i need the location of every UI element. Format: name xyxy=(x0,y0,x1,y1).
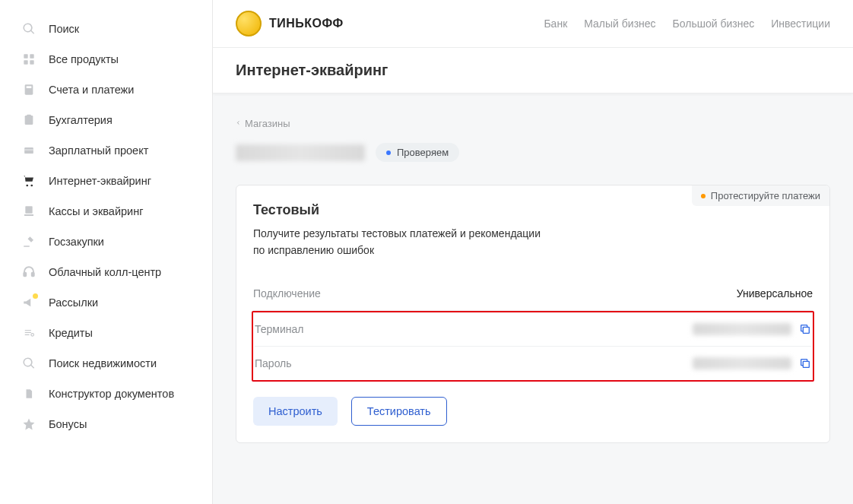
card-badge-label: Протестируйте платежи xyxy=(711,190,820,201)
sidebar-item-label: Поиск недвижимости xyxy=(49,357,191,369)
copy-terminal-button[interactable] xyxy=(799,323,811,335)
sidebar-item-accounts[interactable]: Счета и платежи xyxy=(0,74,212,105)
connection-label: Подключение xyxy=(253,287,390,300)
sidebar-item-label: Бухгалтерия xyxy=(49,114,191,126)
terminal-label: Терминал xyxy=(255,323,392,335)
topbar: ТИНЬКОФФ Банк Малый бизнес Большой бизне… xyxy=(213,0,853,48)
calculator-icon xyxy=(21,82,36,97)
sidebar-item-realestate[interactable]: Поиск недвижимости xyxy=(0,348,212,379)
sidebar-item-acquiring[interactable]: Интернет-эквайринг xyxy=(0,166,212,196)
svg-rect-9 xyxy=(24,149,33,151)
password-row: Пароль xyxy=(255,347,811,380)
sidebar-item-label: Зарплатный проект xyxy=(49,144,191,157)
megaphone-icon xyxy=(21,295,36,310)
card-badge: Протестируйте платежи xyxy=(692,185,829,206)
chevron-left-icon xyxy=(236,118,241,129)
terminal-value-redacted xyxy=(693,323,791,335)
clipboard-icon xyxy=(21,113,36,128)
sidebar-item-credits[interactable]: Кредиты xyxy=(0,318,212,348)
sidebar-item-broadcast[interactable]: Рассылки xyxy=(0,287,212,318)
page-title-bar: Интернет-эквайринг xyxy=(213,48,853,94)
topnav-big-biz[interactable]: Большой бизнес xyxy=(673,17,755,30)
sidebar-item-label: Конструктор документов xyxy=(49,388,191,400)
sidebar-item-tenders[interactable]: Госзакупки xyxy=(0,227,212,257)
star-icon xyxy=(21,417,36,432)
sidebar-item-label: Рассылки xyxy=(49,296,191,309)
shop-name-redacted xyxy=(236,144,365,161)
sidebar-item-products[interactable]: Все продукты xyxy=(0,44,212,74)
status-badge: Проверяем xyxy=(376,143,459,162)
badge-dot-icon xyxy=(701,194,706,198)
brand[interactable]: ТИНЬКОФФ xyxy=(236,11,344,36)
password-label: Пароль xyxy=(255,357,392,369)
sidebar-item-label: Кассы и эквайринг xyxy=(49,205,191,217)
brand-name: ТИНЬКОФФ xyxy=(269,17,344,30)
brand-logo-icon xyxy=(236,11,262,36)
sidebar-item-label: Интернет-эквайринг xyxy=(49,175,191,187)
connection-row: Подключение Универсальное xyxy=(253,277,813,311)
breadcrumb-label: Магазины xyxy=(245,118,290,129)
cart-icon xyxy=(21,173,36,189)
sidebar-item-callcenter[interactable]: Облачный колл-центр xyxy=(0,257,212,287)
sidebar-item-accounting[interactable]: Бухгалтерия xyxy=(0,105,212,135)
terminal-card: Протестируйте платежи Тестовый Получите … xyxy=(236,185,830,443)
svg-rect-12 xyxy=(25,206,32,213)
svg-rect-18 xyxy=(803,362,809,368)
test-button[interactable]: Тестировать xyxy=(351,397,447,426)
configure-button[interactable]: Настроить xyxy=(253,397,338,426)
sidebar-item-label: Все продукты xyxy=(49,53,191,65)
svg-rect-0 xyxy=(24,54,27,58)
svg-rect-15 xyxy=(32,273,34,277)
status-label: Проверяем xyxy=(397,147,449,158)
sidebar: Поиск Все продукты Счета и платежи Бухга… xyxy=(0,0,213,504)
sidebar-item-bonuses[interactable]: Бонусы xyxy=(0,409,212,439)
topnav: Банк Малый бизнес Большой бизнес Инвести… xyxy=(544,17,830,30)
sidebar-item-docbuilder[interactable]: Конструктор документов xyxy=(0,379,212,409)
sidebar-item-label: Бонусы xyxy=(49,418,191,430)
svg-rect-7 xyxy=(27,115,30,117)
notification-dot xyxy=(33,293,38,299)
shop-header: Проверяем xyxy=(236,143,830,162)
svg-rect-3 xyxy=(30,60,33,64)
add-list-icon xyxy=(21,325,36,341)
card-actions: Настроить Тестировать xyxy=(236,397,829,442)
sidebar-item-payroll[interactable]: Зарплатный проект xyxy=(0,135,212,166)
pos-icon xyxy=(21,204,36,219)
svg-rect-2 xyxy=(24,60,27,64)
content: Магазины Проверяем Протестируйте платежи… xyxy=(213,94,853,504)
svg-rect-14 xyxy=(24,273,26,277)
sidebar-item-pos[interactable]: Кассы и эквайринг xyxy=(0,196,212,227)
topnav-invest[interactable]: Инвестиции xyxy=(771,17,830,30)
sidebar-item-label: Облачный колл-центр xyxy=(49,266,191,278)
terminal-row: Терминал xyxy=(255,312,811,347)
breadcrumb[interactable]: Магазины xyxy=(236,118,290,129)
svg-rect-1 xyxy=(30,54,33,58)
search-icon xyxy=(21,356,36,371)
topnav-bank[interactable]: Банк xyxy=(544,17,567,30)
wallet-icon xyxy=(21,143,36,158)
svg-rect-17 xyxy=(803,328,809,334)
sidebar-item-label: Кредиты xyxy=(49,327,191,339)
svg-point-10 xyxy=(26,185,28,187)
sidebar-item-label: Поиск xyxy=(49,23,191,35)
headset-icon xyxy=(21,265,36,280)
svg-rect-6 xyxy=(25,116,33,125)
password-value-redacted xyxy=(693,357,791,369)
svg-rect-5 xyxy=(27,86,32,88)
card-description: Получите результаты тестовых платежей и … xyxy=(253,226,813,258)
connection-value: Универсальное xyxy=(737,287,813,300)
credentials-highlight: Терминал Пароль xyxy=(252,311,814,382)
grid-icon xyxy=(21,52,36,67)
sidebar-item-label: Госзакупки xyxy=(49,236,191,248)
gavel-icon xyxy=(21,234,36,249)
status-dot-icon xyxy=(386,151,391,155)
svg-rect-13 xyxy=(24,214,33,216)
search-icon xyxy=(21,21,36,36)
topnav-small-biz[interactable]: Малый бизнес xyxy=(584,17,655,30)
page-title: Интернет-эквайринг xyxy=(236,62,830,79)
svg-point-11 xyxy=(30,185,33,187)
main: ТИНЬКОФФ Банк Малый бизнес Большой бизне… xyxy=(213,0,853,504)
sidebar-item-search[interactable]: Поиск xyxy=(0,14,212,44)
copy-password-button[interactable] xyxy=(799,357,811,369)
document-icon xyxy=(21,386,36,401)
